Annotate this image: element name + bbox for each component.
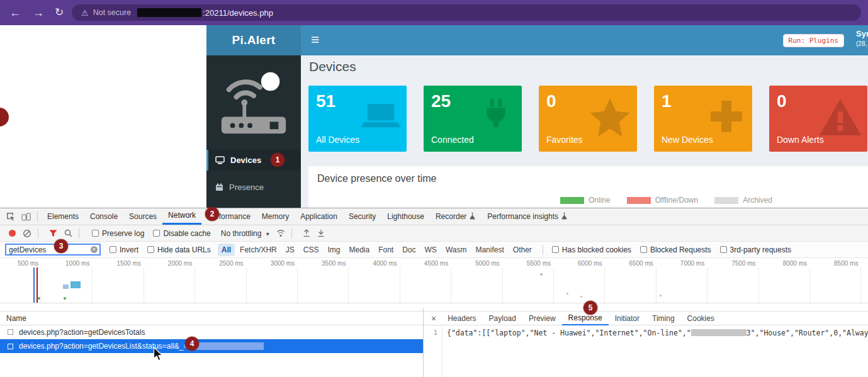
has-blocked-cookies-checkbox[interactable]: Has blocked cookies <box>552 245 631 254</box>
record-button[interactable] <box>9 230 16 237</box>
card-all-devices[interactable]: 51 All Devices <box>308 86 407 152</box>
filter-type-font[interactable]: Font <box>375 244 397 256</box>
inspect-element-icon[interactable] <box>6 212 15 221</box>
tab-sources[interactable]: Sources <box>123 208 162 225</box>
filter-type-manifest[interactable]: Manifest <box>471 244 507 256</box>
tab-elements[interactable]: Elements <box>42 208 84 225</box>
card-favorites[interactable]: 0 Favorites <box>539 86 637 152</box>
refresh-icon[interactable]: ↻ <box>55 6 64 20</box>
search-icon[interactable] <box>64 229 72 237</box>
legend-offline[interactable]: Offline/Down <box>627 196 698 205</box>
detail-tab-response[interactable]: Response <box>562 312 609 325</box>
address-bar[interactable]: ⚠ Not secure :20211/devices.php <box>72 4 861 21</box>
filter-type-fetch-xhr[interactable]: Fetch/XHR <box>236 244 281 256</box>
legend-online[interactable]: Online <box>560 196 611 205</box>
tab-application[interactable]: Application <box>295 208 343 225</box>
timeline-gridline <box>809 267 810 303</box>
timeline-dot <box>580 296 582 298</box>
sidebar-item-presence[interactable]: Presence <box>206 177 301 198</box>
network-conditions-icon[interactable] <box>276 230 285 237</box>
checkbox-label: Disable cache <box>163 229 210 238</box>
invert-checkbox[interactable]: Invert <box>110 245 138 254</box>
request-row-get-devices-totals[interactable]: devices.php?action=getDevicesTotals <box>0 325 423 339</box>
experiment-flask-icon <box>469 213 476 220</box>
card-label: Connected <box>431 135 474 145</box>
sidebar-item-devices[interactable]: Devices <box>206 150 301 171</box>
blocked-requests-checkbox[interactable]: Blocked Requests <box>640 245 711 254</box>
plus-icon <box>706 96 747 137</box>
back-icon[interactable]: ← <box>9 6 21 20</box>
checkbox[interactable] <box>640 246 647 253</box>
tab-lighthouse[interactable]: Lighthouse <box>381 208 430 225</box>
tab-console[interactable]: Console <box>84 208 123 225</box>
forward-icon[interactable]: → <box>33 6 44 20</box>
legend-archived[interactable]: Archived <box>714 196 772 205</box>
close-icon[interactable]: × <box>431 313 436 324</box>
card-down-alerts[interactable]: 0 Down Alerts <box>769 86 867 152</box>
timeline-gridline <box>604 267 605 303</box>
timeline-gridline <box>553 267 554 303</box>
card-new-devices[interactable]: 1 New Devices <box>654 86 752 152</box>
checkbox[interactable] <box>147 246 154 253</box>
detail-tab-payload[interactable]: Payload <box>483 312 522 325</box>
checkbox[interactable] <box>153 230 160 237</box>
card-connected[interactable]: 25 Connected <box>424 86 522 152</box>
checkbox-label: Invert <box>120 245 138 254</box>
sidebar-item-label: Devices <box>230 155 261 165</box>
line-number-gutter: 1 <box>424 325 442 377</box>
divider <box>37 211 38 222</box>
detail-tab-headers[interactable]: Headers <box>441 312 482 325</box>
checkbox[interactable] <box>552 246 559 253</box>
tab-network[interactable]: Network <box>162 208 201 225</box>
checkbox[interactable] <box>110 246 116 253</box>
filter-type-wasm[interactable]: Wasm <box>442 244 471 256</box>
throttling-dropdown[interactable]: No throttling ▾ <box>221 229 269 238</box>
tab-security[interactable]: Security <box>343 208 381 225</box>
preserve-log-checkbox[interactable]: Preserve log <box>92 229 144 238</box>
warning-triangle-icon <box>818 96 862 140</box>
filter-type-ws[interactable]: WS <box>421 244 441 256</box>
detail-tab-initiator[interactable]: Initiator <box>609 312 646 325</box>
tab-memory[interactable]: Memory <box>256 208 295 225</box>
timeline-gridline <box>297 267 298 303</box>
network-filter-input[interactable] <box>5 244 101 256</box>
device-toolbar-icon[interactable] <box>21 213 31 221</box>
tab-performance-insights[interactable]: Performance insights <box>482 208 573 225</box>
annotation-step-2: 2 <box>205 207 219 221</box>
menu-toggle-icon[interactable]: ≡ <box>311 31 319 48</box>
export-har-icon[interactable] <box>317 229 325 237</box>
filter-type-css[interactable]: CSS <box>300 244 323 256</box>
not-secure-label[interactable]: Not secure <box>93 8 131 17</box>
timeline-gridline <box>246 267 247 303</box>
filter-type-doc[interactable]: Doc <box>398 244 419 256</box>
third-party-requests-checkbox[interactable]: 3rd-party requests <box>720 245 791 254</box>
request-row-get-devices-list[interactable]: devices.php?action=getDevicesList&status… <box>0 339 423 353</box>
detail-tab-cookies[interactable]: Cookies <box>681 312 721 325</box>
checkbox[interactable] <box>92 230 99 237</box>
timeline-gridline <box>707 267 707 303</box>
clear-icon[interactable] <box>23 229 31 238</box>
filter-type-media[interactable]: Media <box>345 244 373 256</box>
run-plugins-button[interactable]: Run: Plugins <box>783 34 844 47</box>
filter-type-other[interactable]: Other <box>509 244 536 256</box>
detail-tab-timing[interactable]: Timing <box>646 312 681 325</box>
hide-data-urls-checkbox[interactable]: Hide data URLs <box>147 245 211 254</box>
filter-type-img[interactable]: Img <box>324 244 344 256</box>
not-secure-warning-icon[interactable]: ⚠ <box>81 8 89 18</box>
request-list-header[interactable]: Name <box>0 311 423 325</box>
checkbox[interactable] <box>720 246 727 253</box>
response-body[interactable]: {"data":[["laptop","Net - Huawei","Inter… <box>442 325 868 377</box>
user-info[interactable]: Sym (28, <box>856 29 868 47</box>
detail-tab-preview[interactable]: Preview <box>522 312 562 325</box>
app-logo[interactable]: Pi.Alert <box>206 25 301 55</box>
filter-type-all[interactable]: All <box>218 244 235 256</box>
disable-cache-checkbox[interactable]: Disable cache <box>153 229 210 238</box>
clear-filter-icon[interactable]: × <box>91 246 98 253</box>
network-overview-timeline[interactable]: 500 ms1000 ms1500 ms2000 ms2500 ms3000 m… <box>0 258 868 303</box>
import-har-icon[interactable] <box>303 229 310 237</box>
tab-recorder[interactable]: Recorder <box>430 208 482 225</box>
filter-type-js[interactable]: JS <box>282 244 298 256</box>
filter-funnel-icon[interactable] <box>49 230 57 237</box>
chevron-down-icon: ▾ <box>266 230 269 237</box>
timeline-tick-label: 3000 ms <box>271 260 295 267</box>
